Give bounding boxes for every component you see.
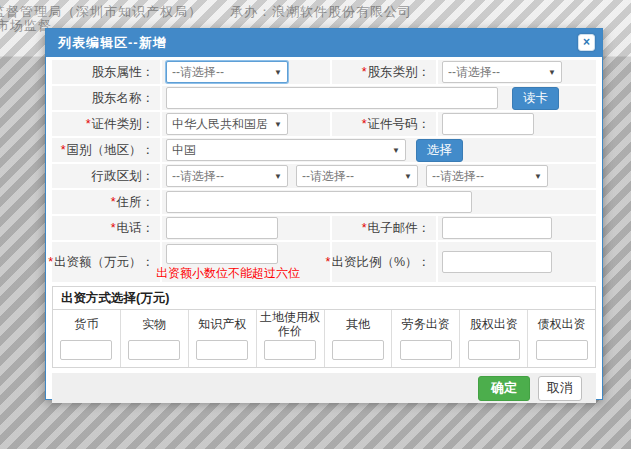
address-input[interactable] <box>166 191 472 213</box>
row-cert: * 证件类别： 中华人民共和国居 ▼ * 证件号码： <box>52 112 596 136</box>
cert-type-select[interactable]: 中华人民共和国居 ▼ <box>166 113 288 135</box>
dialog-footer: 确定 取消 <box>52 373 596 403</box>
read-card-button[interactable]: 读卡 <box>512 87 559 110</box>
edit-area-add-dialog: 列表编辑区--新增 × 股东属性： --请选择-- ▼ * 股东类别： --请 <box>45 28 603 400</box>
close-icon[interactable]: × <box>578 34 595 51</box>
row-phone-email: * 电话： * 电子邮件： <box>52 216 596 240</box>
amount-label: * 出资额（万元）： <box>52 242 160 282</box>
required-star: * <box>362 65 367 79</box>
country-label: * 国别（地区）： <box>52 138 160 162</box>
amount-input[interactable] <box>166 244 278 264</box>
row-shareholder-attr-type: 股东属性： --请选择-- ▼ * 股东类别： --请选择-- ▼ <box>52 60 596 84</box>
chevron-down-icon: ▼ <box>274 120 282 129</box>
payment-col-land: 土地使用权作价 <box>256 310 324 367</box>
required-star: * <box>48 255 53 269</box>
chevron-down-icon: ▼ <box>534 172 542 181</box>
row-amount-ratio: * 出资额（万元）： 出资额小数位不能超过六位 * 出资比例（%）： <box>52 242 596 282</box>
dialog-titlebar: 列表编辑区--新增 × <box>46 29 602 57</box>
row-shareholder-name: 股东名称： 读卡 <box>52 86 596 110</box>
required-star: * <box>86 117 91 131</box>
dialog-body: 股东属性： --请选择-- ▼ * 股东类别： --请选择-- ▼ <box>46 57 602 403</box>
chevron-down-icon: ▼ <box>548 68 556 77</box>
confirm-button[interactable]: 确定 <box>478 376 530 401</box>
required-star: * <box>111 221 116 235</box>
payment-col-equity: 股权出资 <box>459 310 527 367</box>
payment-col-currency: 货币 <box>53 310 120 367</box>
chevron-down-icon: ▼ <box>392 146 400 155</box>
chevron-down-icon: ▼ <box>404 172 412 181</box>
row-region: 行政区划： --请选择-- ▼ --请选择-- ▼ --请选择-- ▼ <box>52 164 596 188</box>
payment-other-input[interactable] <box>332 340 384 360</box>
required-star: * <box>362 117 367 131</box>
payment-physical-input[interactable] <box>128 340 180 360</box>
region-label: 行政区划： <box>52 164 160 188</box>
shareholder-type-select[interactable]: --请选择-- ▼ <box>442 61 562 83</box>
required-star: * <box>362 221 367 235</box>
address-label: * 住所： <box>52 190 160 214</box>
email-label: * 电子邮件： <box>332 216 436 240</box>
shareholder-name-input[interactable] <box>166 87 498 109</box>
chevron-down-icon: ▼ <box>274 172 282 181</box>
ratio-label: * 出资比例（%）： <box>332 242 436 282</box>
email-input[interactable] <box>442 217 552 239</box>
payment-table: 货币 实物 知识产权 土地使用权作价 其他 <box>53 310 595 367</box>
region-city-select[interactable]: --请选择-- ▼ <box>296 165 418 187</box>
cert-no-input[interactable] <box>442 113 534 135</box>
payment-debt-input[interactable] <box>536 340 588 360</box>
phone-label: * 电话： <box>52 216 160 240</box>
required-star: * <box>61 143 66 157</box>
row-address: * 住所： <box>52 190 596 214</box>
payment-col-other: 其他 <box>324 310 392 367</box>
payment-labor-input[interactable] <box>400 340 452 360</box>
cert-no-label: * 证件号码： <box>332 112 436 136</box>
shareholder-type-label: * 股东类别： <box>332 60 436 84</box>
chevron-down-icon: ▼ <box>274 68 282 77</box>
country-select[interactable]: 中国 ▼ <box>166 139 406 161</box>
payment-col-ip: 知识产权 <box>188 310 256 367</box>
row-country: * 国别（地区）： 中国 ▼ 选择 <box>52 138 596 162</box>
required-star: * <box>326 255 331 269</box>
country-choose-button[interactable]: 选择 <box>416 139 463 162</box>
region-district-select[interactable]: --请选择-- ▼ <box>426 165 548 187</box>
payment-ip-input[interactable] <box>196 340 248 360</box>
region-province-select[interactable]: --请选择-- ▼ <box>166 165 288 187</box>
shareholder-name-label: 股东名称： <box>52 86 160 110</box>
payment-method-section: 出资方式选择(万元) 货币 实物 知识产权 土地使用权作价 <box>52 286 596 368</box>
payment-land-input[interactable] <box>264 340 316 360</box>
payment-section-title: 出资方式选择(万元) <box>53 287 595 310</box>
amount-validation-hint: 出资额小数位不能超过六位 <box>156 265 300 282</box>
payment-col-labor: 劳务出资 <box>391 310 459 367</box>
ratio-input[interactable] <box>442 251 552 273</box>
shareholder-attr-select[interactable]: --请选择-- ▼ <box>166 61 288 83</box>
payment-col-debt: 债权出资 <box>527 310 595 367</box>
payment-equity-input[interactable] <box>468 340 520 360</box>
phone-input[interactable] <box>166 217 278 239</box>
cancel-button[interactable]: 取消 <box>538 376 582 401</box>
dialog-title: 列表编辑区--新增 <box>58 35 167 50</box>
cert-type-label: * 证件类别： <box>52 112 160 136</box>
payment-currency-input[interactable] <box>60 340 112 360</box>
shareholder-attr-label: 股东属性： <box>52 60 160 84</box>
payment-col-physical: 实物 <box>120 310 188 367</box>
required-star: * <box>111 195 116 209</box>
